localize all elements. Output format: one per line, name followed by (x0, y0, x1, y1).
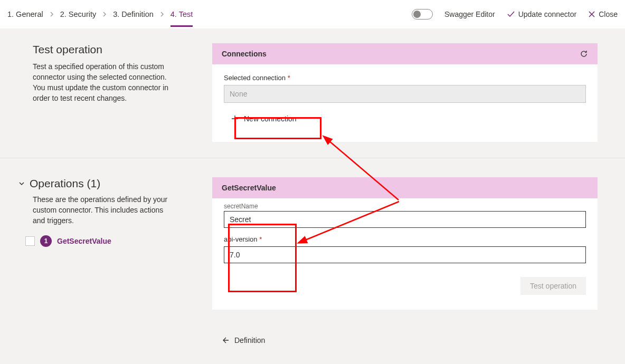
step-general[interactable]: 1. General (7, 10, 43, 18)
test-operation-button[interactable]: Test operation (520, 277, 586, 295)
chevron-right-icon (101, 11, 108, 17)
close-icon (588, 11, 595, 18)
section-test-operation: Test operation Test a specified operatio… (0, 43, 625, 142)
connections-panel: Connections Selected connection None New… (212, 43, 598, 142)
operation-checkbox[interactable] (25, 236, 35, 246)
operation-panel-body: secretName api-version Test operation (212, 198, 598, 310)
secretname-label-cut: secretName (224, 203, 586, 210)
breadcrumb: 1. General 2. Security 3. Definition 4. … (7, 10, 412, 18)
arrow-left-icon (221, 336, 229, 344)
connections-body: Selected connection None New connection (212, 64, 598, 142)
apiversion-input[interactable] (224, 246, 586, 263)
test-op-desc: Test a specified operation of this custo… (33, 61, 175, 103)
update-connector-label: Update connector (518, 10, 577, 18)
update-connector-button[interactable]: Update connector (507, 10, 577, 18)
section-divider (0, 158, 625, 158)
wizard-step-bar: 1. General 2. Security 3. Definition 4. … (0, 0, 625, 28)
page-body: Test operation Test a specified operatio… (0, 28, 625, 364)
refresh-icon[interactable] (580, 50, 588, 58)
new-connection-button[interactable]: New connection (224, 110, 304, 127)
operations-heading[interactable]: Operations (1) (18, 177, 196, 190)
close-button[interactable]: Close (588, 10, 618, 18)
operation-panel-header-label: GetSecretValue (222, 184, 276, 192)
operation-panel: GetSecretValue secretName api-version Te… (212, 177, 598, 310)
chevron-right-icon (159, 11, 165, 17)
check-icon (507, 10, 515, 18)
connections-panel-col: Connections Selected connection None New… (212, 43, 625, 142)
apiversion-label: api-version (224, 235, 586, 243)
operations-left: Operations (1) These are the operations … (33, 177, 212, 346)
selected-connection-dropdown[interactable]: None (224, 85, 586, 103)
back-definition-label: Definition (234, 336, 265, 344)
test-op-title: Test operation (33, 43, 196, 56)
secretname-input[interactable] (224, 211, 586, 228)
chevron-down-icon (18, 180, 25, 187)
selected-connection-label: Selected connection (224, 74, 586, 82)
connections-header-label: Connections (222, 50, 267, 58)
close-label: Close (599, 10, 618, 18)
swagger-label: Swagger Editor (444, 10, 495, 18)
step-security[interactable]: 2. Security (60, 10, 97, 18)
operations-heading-label: Operations (1) (30, 177, 100, 190)
test-op-left: Test operation Test a specified operatio… (33, 43, 212, 142)
plus-icon (231, 115, 239, 122)
operations-desc: These are the operations defined by your… (33, 194, 170, 226)
connections-header: Connections (212, 43, 598, 64)
top-actions: Swagger Editor Update connector Close (412, 9, 618, 20)
swagger-toggle[interactable] (412, 9, 433, 20)
chevron-right-icon (49, 11, 55, 17)
operation-row[interactable]: 1 GetSecretValue (25, 235, 196, 247)
section-operations: Operations (1) These are the operations … (0, 177, 625, 346)
back-definition-link[interactable]: Definition (221, 336, 265, 344)
operation-name[interactable]: GetSecretValue (57, 237, 111, 245)
step-test[interactable]: 4. Test (171, 10, 193, 18)
operation-panel-col: GetSecretValue secretName api-version Te… (212, 177, 625, 346)
operation-panel-header: GetSecretValue (212, 177, 598, 198)
new-connection-label: New connection (244, 114, 297, 123)
step-definition[interactable]: 3. Definition (113, 10, 154, 18)
operation-badge: 1 (40, 235, 52, 247)
